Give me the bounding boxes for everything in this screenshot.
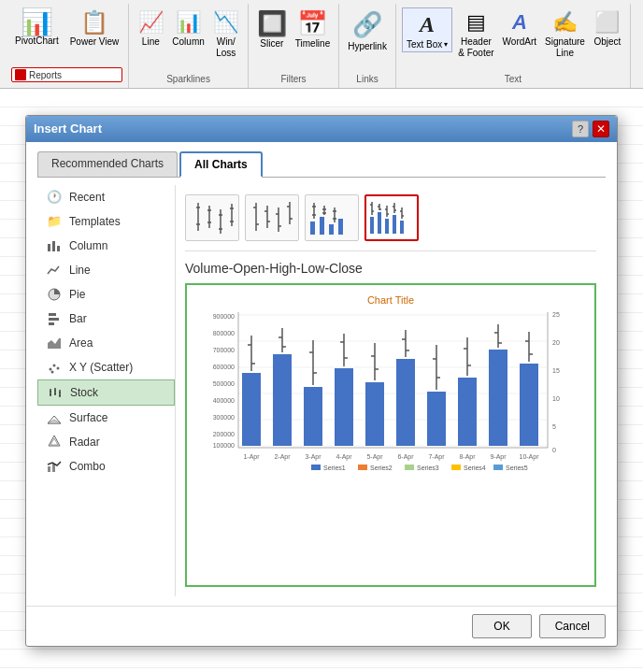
pie-icon [47, 287, 62, 302]
sidebar-item-radar[interactable]: Radar [37, 430, 175, 454]
dialog-overlay: Insert Chart ? ✕ Recommended Charts All … [0, 89, 643, 672]
svg-text:Series1: Series1 [323, 465, 346, 471]
svg-text:300000: 300000 [213, 414, 235, 421]
svg-text:15: 15 [552, 367, 560, 374]
svg-text:25: 25 [552, 311, 560, 318]
svg-text:400000: 400000 [213, 397, 235, 404]
svg-rect-68 [400, 221, 404, 234]
pivot-chart-button[interactable]: 📊 PivotChart [11, 7, 63, 48]
svg-text:10: 10 [552, 395, 560, 402]
sidebar-item-stock[interactable]: Stock [37, 379, 175, 406]
chart-svg: Chart Title 900000 800000 700000 600000 … [191, 289, 591, 471]
combo-icon [47, 459, 62, 474]
sidebar-item-templates[interactable]: 📁 Templates [37, 209, 175, 234]
svg-point-9 [53, 364, 56, 366]
templates-icon: 📁 [47, 214, 62, 229]
svg-rect-157 [311, 465, 321, 470]
svg-point-8 [50, 367, 52, 370]
thumbnail-volume-open-high-low-close[interactable] [364, 194, 419, 241]
svg-text:600000: 600000 [213, 364, 235, 370]
ribbon: 📊 PivotChart 📋 Power View Reports 📈 Line… [0, 0, 643, 89]
chart-preview-container: Chart Title 900000 800000 700000 600000 … [185, 283, 596, 587]
svg-rect-116 [520, 364, 538, 446]
svg-text:4-Apr: 4-Apr [336, 453, 352, 461]
timeline-button[interactable]: 📅 Timeline [293, 7, 333, 74]
svg-text:200000: 200000 [213, 431, 235, 437]
reports-button[interactable]: Reports [11, 67, 122, 82]
svg-rect-109 [304, 387, 322, 446]
sidebar-item-bar[interactable]: Bar [37, 307, 175, 331]
ribbon-group-charts: 📊 PivotChart 📋 Power View Reports [6, 4, 129, 88]
selected-chart-title: Volume-Open-High-Low-Close [185, 261, 596, 276]
svg-rect-113 [427, 392, 446, 446]
svg-rect-52 [320, 217, 324, 235]
svg-point-10 [57, 366, 60, 369]
svg-rect-110 [335, 368, 353, 446]
tab-all-charts[interactable]: All Charts [179, 151, 263, 178]
column-icon [47, 238, 62, 253]
svg-rect-114 [458, 378, 477, 446]
column-sparkline-button[interactable]: 📊 Column [169, 7, 207, 49]
svg-rect-25 [48, 466, 50, 472]
svg-rect-112 [396, 359, 415, 446]
sidebar-item-combo[interactable]: Combo [37, 454, 175, 479]
svg-rect-64 [370, 217, 374, 234]
slicer-button[interactable]: 🔲 Slicer [254, 7, 290, 74]
svg-text:Series2: Series2 [370, 465, 393, 471]
svg-text:800000: 800000 [213, 330, 235, 336]
thumbnail-open-high-low-close[interactable] [245, 194, 299, 241]
header-footer-button[interactable]: ▤ Header& Footer [455, 7, 496, 61]
wordart-button[interactable]: A WordArt [500, 7, 540, 49]
svg-rect-4 [49, 313, 56, 316]
object-button[interactable]: ⬜ Object [591, 7, 624, 49]
sidebar-item-pie[interactable]: Pie [37, 282, 175, 307]
power-view-button[interactable]: 📋 Power View [66, 7, 123, 50]
svg-rect-53 [329, 224, 334, 235]
svg-rect-6 [49, 322, 54, 325]
radar-icon [47, 435, 62, 450]
svg-text:8-Apr: 8-Apr [459, 453, 476, 461]
cancel-button[interactable]: Cancel [539, 614, 606, 638]
ribbon-group-label-sparklines: Sparklines [135, 74, 241, 84]
sidebar-item-area[interactable]: Area [37, 331, 175, 355]
sidebar-item-surface[interactable]: Surface [37, 406, 175, 430]
dialog-footer: OK Cancel [26, 606, 617, 646]
chart-right-panel: Volume-Open-High-Low-Close Chart Title [176, 185, 606, 596]
svg-marker-7 [48, 338, 61, 349]
dialog-close-button[interactable]: ✕ [593, 121, 609, 137]
separator [185, 250, 596, 251]
svg-text:10-Apr: 10-Apr [519, 453, 539, 461]
svg-rect-159 [358, 465, 367, 470]
bar-icon [47, 311, 62, 326]
dialog-help-button[interactable]: ? [572, 121, 589, 137]
dialog-titlebar: Insert Chart ? ✕ [26, 116, 617, 142]
ok-button[interactable]: OK [472, 614, 531, 638]
sidebar-item-recent[interactable]: 🕐 Recent [37, 185, 175, 209]
svg-rect-2 [57, 246, 60, 251]
sidebar-item-column[interactable]: Column [37, 234, 175, 258]
svg-text:5: 5 [552, 423, 556, 430]
svg-marker-24 [50, 438, 58, 445]
tab-recommended-charts[interactable]: Recommended Charts [37, 151, 178, 177]
recent-icon: 🕐 [47, 190, 62, 205]
sidebar-item-xy-scatter[interactable]: X Y (Scatter) [37, 355, 175, 379]
svg-rect-115 [489, 350, 507, 446]
win-loss-button[interactable]: 📉 Win/Loss [210, 7, 242, 61]
svg-rect-54 [338, 219, 343, 235]
thumbnail-high-low-close[interactable] [185, 194, 239, 241]
svg-text:Series4: Series4 [464, 465, 486, 471]
hyperlink-button[interactable]: 🔗 Hyperlink [345, 7, 390, 74]
ribbon-group-sparklines: 📈 Line 📊 Column 📉 Win/Loss Sparklines [129, 4, 248, 88]
line-button[interactable]: 📈 Line [135, 7, 166, 49]
signature-line-button[interactable]: ✍ SignatureLine [542, 7, 588, 61]
svg-rect-165 [493, 465, 503, 470]
sidebar-item-line[interactable]: Line [37, 258, 175, 282]
svg-rect-161 [405, 465, 414, 470]
text-box-button[interactable]: A Text Box ▾ [402, 7, 452, 52]
svg-rect-67 [393, 215, 396, 234]
ribbon-group-label-text: Text [402, 74, 624, 84]
thumbnail-volume-high-low-close[interactable] [305, 194, 359, 241]
ribbon-group-text: A Text Box ▾ ▤ Header& Footer A WordArt … [396, 4, 631, 88]
chart-preview: Chart Title 900000 800000 700000 600000 … [191, 289, 591, 471]
svg-rect-51 [310, 222, 315, 235]
